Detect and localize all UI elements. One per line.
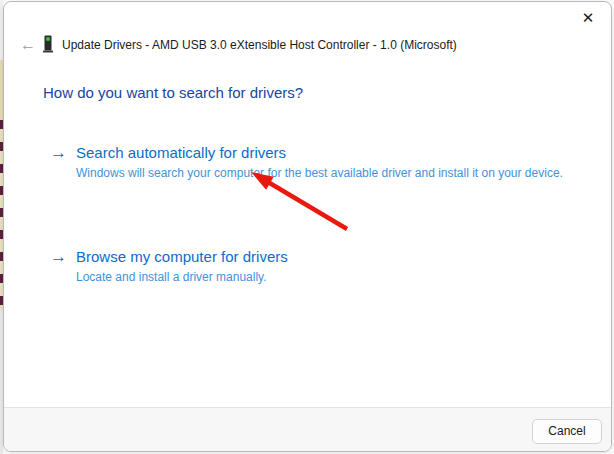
dialog-title: Update Drivers - AMD USB 3.0 eXtensible … — [62, 38, 457, 52]
cancel-button[interactable]: Cancel — [532, 419, 602, 444]
dialog-footer: Cancel — [4, 407, 611, 451]
option-browse-computer[interactable]: → Browse my computer for drivers Locate … — [50, 247, 288, 285]
option-title[interactable]: Search automatically for drivers — [76, 143, 563, 163]
option-text: Search automatically for drivers Windows… — [76, 143, 563, 181]
forward-arrow-icon: → — [50, 247, 67, 285]
option-search-automatically[interactable]: → Search automatically for drivers Windo… — [50, 143, 563, 181]
forward-arrow-icon: → — [50, 143, 67, 181]
back-arrow-icon[interactable]: ← — [16, 34, 40, 56]
option-text: Browse my computer for drivers Locate an… — [76, 247, 288, 285]
update-drivers-dialog: ✕ ← Update Drivers - AMD USB 3.0 eXtensi… — [3, 1, 612, 452]
option-title[interactable]: Browse my computer for drivers — [76, 247, 288, 267]
option-description: Locate and install a driver manually. — [76, 269, 288, 285]
wizard-header: ← Update Drivers - AMD USB 3.0 eXtensibl… — [4, 32, 611, 60]
option-description: Windows will search your computer for th… — [76, 165, 563, 181]
close-icon[interactable]: ✕ — [571, 5, 605, 31]
device-icon — [42, 35, 54, 57]
page-heading: How do you want to search for drivers? — [43, 84, 303, 101]
title-bar: ✕ — [4, 2, 611, 32]
